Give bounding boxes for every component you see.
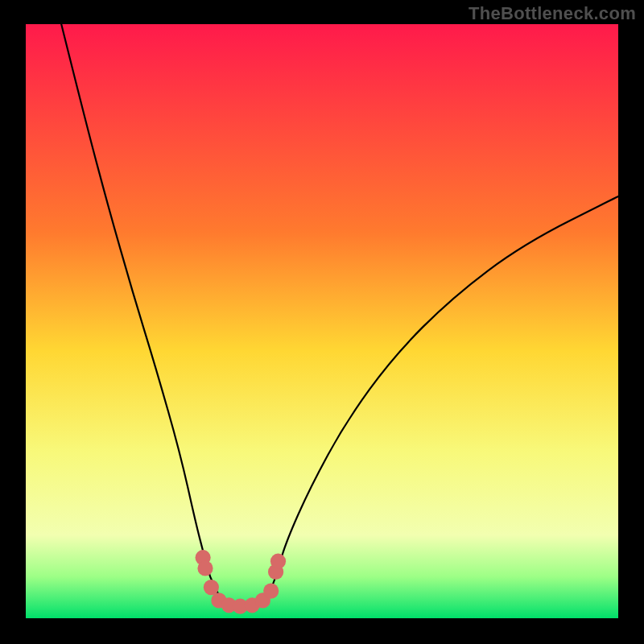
optimum-marker [197,560,213,576]
optimum-marker [263,584,279,599]
optimum-marker [204,580,219,595]
plot-background [26,24,618,618]
bottleneck-chart [0,0,644,644]
watermark-text: TheBottleneck.com [469,3,636,24]
chart-frame: TheBottleneck.com [0,0,644,644]
optimum-marker [270,554,286,569]
